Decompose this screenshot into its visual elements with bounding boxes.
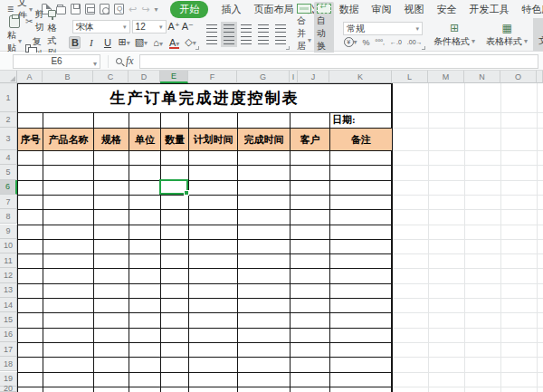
align-middle-icon[interactable] bbox=[224, 24, 234, 33]
insert-function-button[interactable]: fx bbox=[126, 54, 134, 68]
row-header-20[interactable]: 20 bbox=[0, 387, 17, 392]
fill-color-button[interactable]: ⌂▾ bbox=[152, 37, 164, 48]
formula-input[interactable] bbox=[139, 54, 538, 69]
bold-button[interactable]: B bbox=[69, 36, 81, 49]
menu-tab-页面布局[interactable]: 页面布局 bbox=[253, 3, 293, 16]
table-title-cell[interactable]: 生产订单完成进度控制表 bbox=[17, 83, 392, 112]
align-right-icon[interactable] bbox=[241, 36, 252, 44]
increase-decimal-button[interactable]: ←.0 bbox=[390, 39, 402, 45]
selected-cell-E6[interactable] bbox=[159, 179, 188, 195]
date-label-cell[interactable]: 日期: bbox=[329, 112, 392, 128]
table-header-产品名称[interactable]: 产品名称 bbox=[43, 129, 93, 150]
currency-button[interactable]: ¥▾ bbox=[344, 37, 357, 47]
column-header-N[interactable]: N bbox=[464, 71, 500, 83]
column-header-D[interactable]: D bbox=[129, 71, 160, 83]
dialog-launcher-icon[interactable] bbox=[422, 46, 425, 50]
redo-icon[interactable]: ↪ bbox=[141, 4, 149, 15]
row-header-17[interactable]: 17 bbox=[0, 342, 17, 357]
column-header-K[interactable]: K bbox=[329, 71, 392, 83]
row-header-5[interactable]: 5 bbox=[0, 165, 17, 179]
customize-toolbar-icon[interactable]: ▾ bbox=[154, 5, 157, 14]
table-header-客户[interactable]: 客户 bbox=[291, 129, 329, 150]
dialog-launcher-icon[interactable] bbox=[286, 46, 290, 50]
menu-tab-插入[interactable]: 插入 bbox=[221, 3, 241, 16]
name-box[interactable]: E6 ▾ bbox=[13, 54, 100, 69]
column-header-C[interactable]: C bbox=[93, 71, 129, 83]
doc-assistant-button[interactable]: 文档助手 bbox=[533, 18, 543, 51]
decrease-indent-icon[interactable] bbox=[258, 24, 269, 33]
print-icon[interactable] bbox=[85, 4, 95, 14]
row-header-12[interactable]: 12 bbox=[0, 268, 17, 282]
row-header-13[interactable]: 13 bbox=[0, 283, 17, 298]
menu-tab-开发工具[interactable]: 开发工具 bbox=[469, 3, 509, 16]
thousands-button[interactable]: ⁰⁰⁰, bbox=[376, 39, 385, 46]
row-header-11[interactable]: 11 bbox=[0, 253, 17, 268]
spreadsheet-grid[interactable]: ABCDEFGIJKLMNO12345678910111213141516171… bbox=[0, 71, 543, 392]
align-left-icon[interactable] bbox=[206, 36, 217, 44]
column-header-G[interactable]: G bbox=[237, 71, 290, 83]
row-header-16[interactable]: 16 bbox=[0, 328, 17, 342]
table-header-序号[interactable]: 序号 bbox=[18, 129, 43, 150]
row-header-3[interactable]: 3 bbox=[0, 128, 17, 150]
column-header-A[interactable]: A bbox=[17, 71, 43, 83]
select-all-corner[interactable] bbox=[0, 71, 17, 83]
justify-icon[interactable] bbox=[258, 36, 269, 44]
menu-tab-特色应用[interactable]: 特色应用 bbox=[521, 3, 543, 16]
table-header-完成时间[interactable]: 完成时间 bbox=[238, 129, 290, 150]
row-header-4[interactable]: 4 bbox=[0, 150, 17, 165]
menu-tab-审阅[interactable]: 审阅 bbox=[371, 3, 391, 16]
menu-tab-视图[interactable]: 视图 bbox=[404, 3, 424, 16]
column-header-L[interactable]: L bbox=[392, 71, 428, 83]
percent-button[interactable]: % bbox=[363, 38, 370, 47]
row-header-15[interactable]: 15 bbox=[0, 312, 17, 327]
row-header-2[interactable]: 2 bbox=[0, 112, 17, 128]
shrink-font-button[interactable]: A⁻ bbox=[182, 21, 194, 33]
menu-tab-数据[interactable]: 数据 bbox=[338, 3, 358, 16]
row-header-14[interactable]: 14 bbox=[0, 298, 17, 312]
row-header-1[interactable]: 1 bbox=[0, 83, 17, 112]
table-header-单位[interactable]: 单位 bbox=[129, 129, 160, 150]
draw-border-button[interactable]: ▧▾ bbox=[135, 36, 148, 48]
conditional-format-button[interactable]: ⊞ 条件格式▾ bbox=[428, 18, 481, 51]
paste-button[interactable]: 粘贴▾ bbox=[4, 15, 25, 54]
print-preview-icon[interactable] bbox=[100, 4, 110, 14]
borders-button[interactable]: ⊞▾ bbox=[118, 36, 129, 48]
distributed-icon[interactable] bbox=[275, 36, 286, 44]
align-top-icon[interactable] bbox=[206, 24, 217, 33]
font-color-button[interactable]: A▾ bbox=[168, 37, 180, 48]
font-name-select[interactable]: 宋体▾ bbox=[72, 20, 130, 33]
table-header-计划时间[interactable]: 计划时间 bbox=[189, 129, 237, 150]
grow-font-button[interactable]: A⁺ bbox=[168, 21, 180, 33]
align-bottom-icon[interactable] bbox=[241, 24, 252, 33]
column-header-B[interactable]: B bbox=[43, 71, 93, 83]
italic-button[interactable]: I bbox=[85, 37, 97, 48]
zoom-formula-icon[interactable] bbox=[116, 58, 122, 64]
row-header-9[interactable]: 9 bbox=[0, 225, 17, 239]
row-header-7[interactable]: 7 bbox=[0, 195, 17, 209]
menu-tab-开始[interactable]: 开始 bbox=[170, 1, 208, 18]
export-pdf-icon[interactable] bbox=[114, 4, 124, 14]
table-header-数量[interactable]: 数量 bbox=[161, 129, 188, 150]
row-header-18[interactable]: 18 bbox=[0, 357, 17, 371]
save-icon[interactable] bbox=[71, 4, 81, 14]
column-header-O[interactable]: O bbox=[500, 71, 537, 83]
column-header-J[interactable]: J bbox=[298, 71, 329, 83]
undo-icon[interactable]: ↩ bbox=[129, 4, 137, 15]
number-format-select[interactable]: 常规▾ bbox=[343, 22, 423, 35]
menu-tab-安全[interactable]: 安全 bbox=[436, 3, 456, 16]
dialog-launcher-icon[interactable] bbox=[195, 46, 199, 50]
table-header-备注[interactable]: 备注 bbox=[330, 129, 392, 150]
row-header-10[interactable]: 10 bbox=[0, 239, 17, 253]
table-header-规格[interactable]: 规格 bbox=[94, 129, 129, 150]
table-style-button[interactable]: ▦ 表格样式▾ bbox=[481, 18, 533, 51]
underline-button[interactable]: U bbox=[101, 37, 113, 48]
cut-button[interactable]: ✂剪切 bbox=[25, 8, 43, 33]
column-header-F[interactable]: F bbox=[188, 71, 237, 83]
increase-indent-icon[interactable] bbox=[275, 24, 286, 33]
column-header-clipped[interactable] bbox=[537, 71, 543, 83]
column-header-M[interactable]: M bbox=[428, 71, 464, 83]
row-header-8[interactable]: 8 bbox=[0, 209, 17, 224]
column-header-E[interactable]: E bbox=[160, 71, 188, 83]
align-center-icon[interactable] bbox=[224, 36, 234, 44]
font-size-select[interactable]: 12▾ bbox=[132, 20, 167, 33]
